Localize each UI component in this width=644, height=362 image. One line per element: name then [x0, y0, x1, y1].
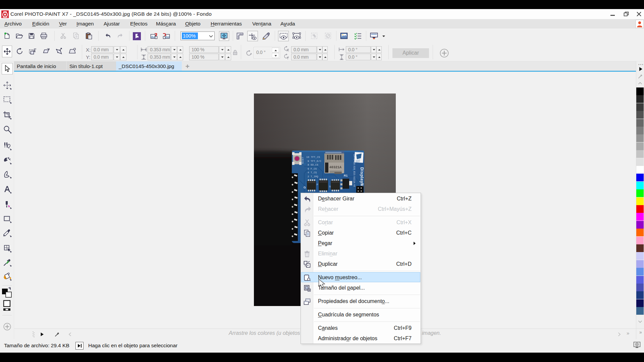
svg-text:CM-TFT28-028 ES3-0211A-V0: CM-TFT28-028 ES3-0211A-V0 — [353, 154, 355, 187]
svg-text:2 T_IRQ: 2 T_IRQ — [308, 175, 318, 178]
svg-text:10 TFT_CS: 10 TFT_CS — [306, 156, 320, 159]
svg-text:40321A: 40321A — [329, 166, 341, 169]
svg-text:F: F — [317, 183, 318, 186]
svg-text:G: G — [304, 186, 306, 189]
svg-text:RESET: RESET — [302, 157, 304, 164]
svg-text:R1: R1 — [344, 174, 348, 177]
svg-text:9 TFT_D/C: 9 TFT_D/C — [308, 160, 321, 163]
svg-text:8 SD_CS: 8 SD_CS — [308, 164, 318, 166]
svg-text:6 F_CS: 6 F_CS — [308, 168, 317, 170]
svg-text:4 T_CS: 4 T_CS — [308, 171, 317, 174]
svg-text:S: S — [329, 185, 331, 188]
